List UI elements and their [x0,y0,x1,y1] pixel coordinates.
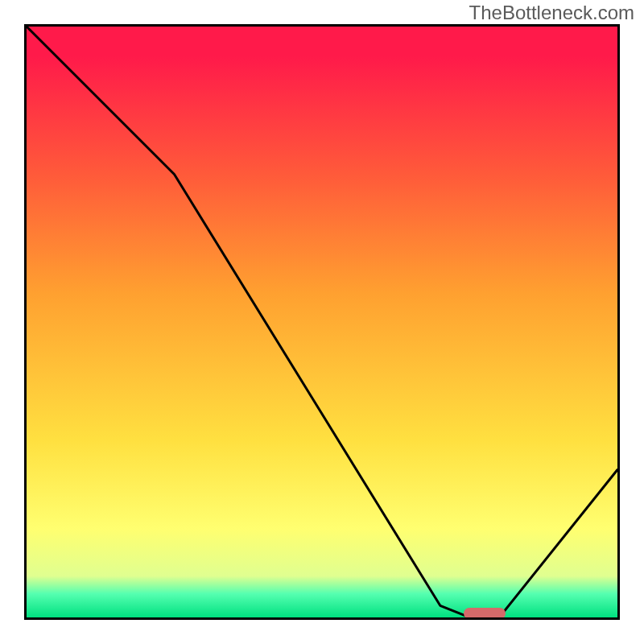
watermark-text: TheBottleneck.com [469,2,634,24]
bottleneck-curve [27,27,617,617]
optimal-marker [464,608,505,619]
chart-frame [24,24,620,620]
chart-line-svg [27,27,617,617]
